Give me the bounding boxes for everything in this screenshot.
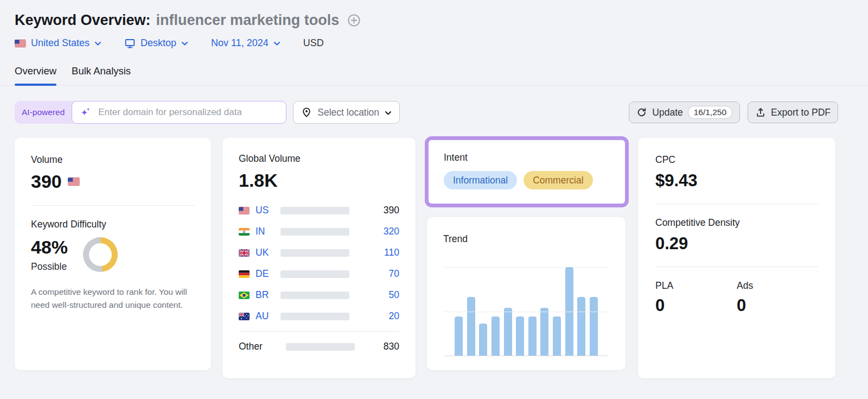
intent-highlight-box: Intent Informational Commercial [425, 136, 629, 207]
competitive-density-label: Competitive Density [655, 217, 818, 229]
volume-bar [280, 270, 349, 278]
global-volume-label: Global Volume [239, 153, 399, 164]
country-row-au: AU 20 [239, 306, 399, 327]
refresh-icon [636, 107, 647, 118]
cpc-value: $9.43 [655, 171, 818, 191]
device-selector[interactable]: Desktop [124, 37, 188, 49]
volume-bar [280, 249, 349, 257]
country-volume-list: US 390 IN 320 UK [239, 200, 399, 357]
country-row-de: DE 70 [239, 263, 399, 284]
sparkles-icon [80, 106, 92, 118]
chevron-down-icon [94, 41, 101, 46]
volume-label: Volume [31, 154, 195, 166]
de-flag-icon [239, 270, 250, 278]
metrics-cards: Volume 390 Keyword Difficulty 48% Possib… [15, 138, 838, 378]
export-pdf-button[interactable]: Export to PDF [748, 102, 838, 123]
country-volume-value[interactable]: 320 [384, 226, 399, 237]
country-row-other: Other 830 [239, 336, 399, 357]
page-keyword: influencer marketing tools [156, 12, 340, 29]
country-volume-value[interactable]: 70 [389, 268, 399, 280]
add-keyword-icon[interactable] [347, 13, 361, 28]
country-volume-value[interactable]: 50 [389, 289, 399, 301]
country-selector[interactable]: United States [15, 37, 101, 49]
keyword-difficulty-level: Possible [31, 261, 68, 273]
pla-value: 0 [655, 296, 737, 315]
br-flag-icon [239, 292, 250, 299]
ai-domain-group: AI-powered [15, 101, 286, 124]
country-volume-value[interactable]: 20 [389, 311, 399, 322]
keyword-overview-page: Keyword Overview: influencer marketing t… [0, 0, 868, 378]
update-quota-counter: 16/1,250 [688, 106, 732, 119]
trend-label: Trend [443, 233, 609, 245]
domain-input[interactable] [97, 106, 278, 118]
country-row-br: BR 50 [239, 284, 399, 306]
page-header: Keyword Overview: influencer marketing t… [15, 12, 838, 29]
cpc-card: CPC $9.43 Competitive Density 0.29 PLA 0… [638, 138, 835, 378]
page-title: Keyword Overview: [15, 12, 151, 29]
uk-flag-icon [239, 249, 250, 257]
global-volume-card: Global Volume 1.8K US 390 IN [222, 138, 416, 378]
divider [655, 204, 818, 204]
country-code-link[interactable]: BR [256, 289, 275, 301]
export-pdf-label: Export to PDF [771, 107, 831, 118]
volume-value: 390 [31, 171, 62, 192]
desktop-icon [124, 38, 136, 49]
pla-label: PLA [655, 280, 737, 292]
keyword-difficulty-description: A competitive keyword to rank for. You w… [31, 286, 192, 312]
update-button[interactable]: Update 16/1,250 [629, 102, 740, 123]
country-code-link[interactable]: DE [256, 268, 275, 280]
domain-input-wrap [72, 101, 286, 124]
country-volume-value[interactable]: 110 [384, 247, 399, 258]
device-label: Desktop [141, 37, 176, 49]
country-code-link[interactable]: IN [256, 226, 275, 237]
volume-card: Volume 390 Keyword Difficulty 48% Possib… [15, 138, 211, 370]
au-flag-icon [239, 313, 250, 320]
country-code-link[interactable]: UK [256, 247, 275, 258]
volume-bar [286, 343, 355, 351]
update-label: Update [652, 107, 682, 118]
divider [239, 331, 399, 332]
global-volume-value: 1.8K [239, 170, 278, 191]
country-code-link[interactable]: AU [256, 311, 275, 322]
date-selector[interactable]: Nov 11, 2024 [211, 37, 280, 49]
country-row-us: US 390 [239, 200, 399, 221]
trend-bars [444, 267, 609, 356]
ai-powered-badge: AI-powered [15, 107, 72, 117]
volume-bar [280, 207, 349, 214]
country-volume-value: 390 [384, 205, 399, 216]
country-row-uk: UK 110 [239, 242, 399, 263]
trend-card: Trend [427, 217, 626, 370]
us-flag-icon [15, 40, 26, 47]
divider [31, 205, 195, 206]
intent-card: Intent Informational Commercial [429, 140, 625, 204]
kd-donut [83, 237, 118, 272]
competitive-density-value: 0.29 [655, 234, 818, 254]
select-location-label: Select location [317, 107, 379, 118]
location-pin-icon [301, 107, 312, 118]
divider [655, 267, 818, 267]
chevron-down-icon [181, 41, 188, 46]
us-flag-icon [68, 178, 80, 186]
chevron-down-icon [273, 41, 280, 46]
other-volume-value: 830 [384, 341, 399, 352]
currency-label: USD [303, 37, 324, 49]
other-label: Other [239, 341, 270, 352]
filter-bar: United States Desktop Nov 11, 2024 USD [15, 37, 838, 49]
intent-badge-commercial: Commercial [524, 171, 592, 189]
keyword-difficulty-value: 48% [31, 237, 68, 258]
in-flag-icon [239, 228, 250, 236]
date-label: Nov 11, 2024 [211, 37, 269, 49]
country-code-link[interactable]: US [256, 205, 275, 216]
us-flag-icon [239, 207, 250, 214]
tab-overview[interactable]: Overview [15, 65, 56, 85]
volume-bar [280, 292, 349, 299]
trend-chart [444, 267, 609, 356]
intent-trend-column: Intent Informational Commercial Trend [427, 138, 627, 370]
select-location-dropdown[interactable]: Select location [293, 101, 400, 124]
tab-bulk-analysis[interactable]: Bulk Analysis [72, 65, 131, 85]
toolbar: AI-powered Select location Update [15, 101, 838, 124]
volume-bar [280, 313, 349, 320]
intent-label: Intent [444, 152, 610, 163]
tab-bar: Overview Bulk Analysis [0, 65, 868, 86]
country-row-in: IN 320 [239, 221, 399, 242]
